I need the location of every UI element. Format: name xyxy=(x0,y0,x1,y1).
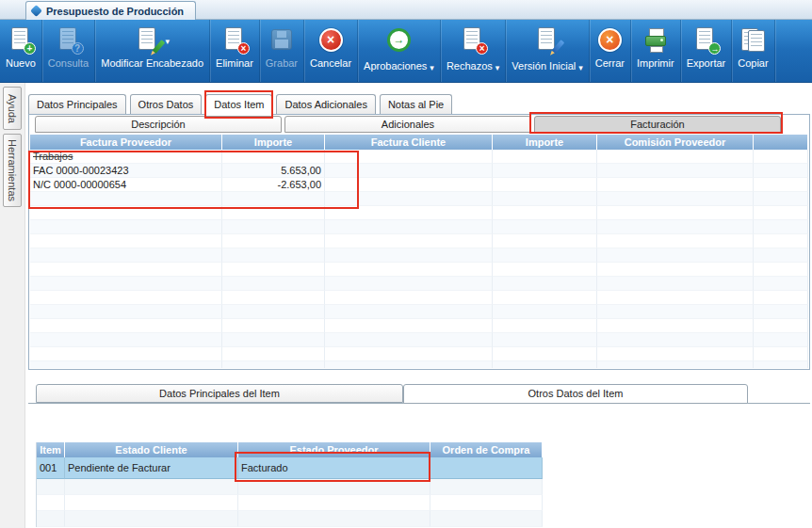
delete-document-icon xyxy=(221,26,248,53)
grabar-button[interactable]: Grabar xyxy=(260,20,304,82)
table-empty-row xyxy=(30,220,808,234)
sidebar-tab-ayuda[interactable]: Ayuda xyxy=(3,87,22,130)
eliminar-button[interactable]: Eliminar xyxy=(210,20,260,82)
invoice-table-header: Factura Proveedor Importe Factura Client… xyxy=(30,135,808,150)
table-empty-row xyxy=(30,192,808,206)
invoice-table-body: Trabajos FAC 0000-00023423 5.653,00 N/C … xyxy=(30,150,808,368)
group-row[interactable]: Trabajos xyxy=(30,150,808,164)
table-empty-row xyxy=(30,234,808,248)
side-strip: Ayuda Herramientas xyxy=(0,83,25,528)
modificar-encabezado-button[interactable]: Modificar Encabezado xyxy=(95,20,210,82)
new-document-icon xyxy=(8,26,34,53)
table-empty-row xyxy=(30,277,808,291)
copiar-button[interactable]: Copiar xyxy=(732,20,774,82)
tab-datos-principales[interactable]: Datos Principales xyxy=(28,94,126,114)
invoice-row[interactable]: FAC 0000-00023423 5.653,00 xyxy=(30,164,808,178)
table-empty-row xyxy=(30,305,808,319)
version-inicial-button[interactable]: Versión Inicial xyxy=(506,20,589,82)
sub-tab-strip: Descripción Adicionales Facturación xyxy=(35,116,781,133)
table-empty-row xyxy=(30,361,808,368)
query-document-icon xyxy=(56,26,82,53)
column-header[interactable]: Orden de Compra xyxy=(430,442,543,457)
close-circle-icon xyxy=(598,28,622,52)
column-header[interactable]: Item xyxy=(37,442,65,457)
tab-datos-item[interactable]: Datos Item xyxy=(205,94,272,115)
app-window: Presupuesto de Producción Nuevo Consulta… xyxy=(0,0,812,528)
tab-otros-datos[interactable]: Otros Datos xyxy=(130,94,203,114)
table-empty-row xyxy=(30,347,808,361)
item-row-selected[interactable]: 001 Pendiente de Facturar Facturado xyxy=(37,457,542,479)
table-empty-row xyxy=(30,206,808,220)
sidebar-tab-herramientas[interactable]: Herramientas xyxy=(3,134,22,207)
table-empty-row xyxy=(30,248,808,263)
dropdown-caret-icon[interactable] xyxy=(578,57,583,74)
tab-otros-datos-del-item[interactable]: Otros Datos del Item xyxy=(403,384,748,404)
table-empty-row xyxy=(30,263,808,277)
edit-header-icon xyxy=(135,26,161,53)
datos-item-panel: Descripción Adicionales Facturación Fact… xyxy=(28,114,810,370)
aprobaciones-button[interactable]: Aprobaciones xyxy=(358,20,441,82)
item-detail-panel: Datos Principales del Item Otros Datos d… xyxy=(28,384,810,528)
window-title: Presupuesto de Producción xyxy=(46,6,184,17)
item-tab-strip: Datos Principales del Item Otros Datos d… xyxy=(36,384,748,404)
workspace: Datos Principales Otros Datos Datos Item… xyxy=(25,83,812,528)
dropdown-caret-icon[interactable] xyxy=(495,57,500,74)
item-status-table: Item Estado Cliente Estado Proveedor Ord… xyxy=(36,442,542,527)
tab-datos-adicionales[interactable]: Datos Adicionales xyxy=(276,94,375,114)
table-empty-row xyxy=(37,479,542,495)
table-empty-row xyxy=(37,495,542,511)
column-header[interactable]: Importe xyxy=(222,135,325,150)
table-empty-row xyxy=(30,319,808,333)
tab-datos-principales-del-item[interactable]: Datos Principales del Item xyxy=(36,384,403,403)
main-tab-strip: Datos Principales Otros Datos Datos Item… xyxy=(28,94,452,115)
save-disk-icon xyxy=(271,29,292,50)
dropdown-caret-icon[interactable] xyxy=(165,31,170,48)
dropdown-caret-icon[interactable] xyxy=(430,57,434,74)
cancelar-button[interactable]: Cancelar xyxy=(304,20,358,82)
column-header[interactable]: Estado Proveedor xyxy=(238,442,430,457)
subtab-adicionales[interactable]: Adicionales xyxy=(284,116,531,133)
table-empty-row xyxy=(30,333,808,347)
export-document-icon xyxy=(692,26,719,53)
app-icon xyxy=(30,5,42,17)
imprimir-button[interactable]: Imprimir xyxy=(631,20,681,82)
consulta-button[interactable]: Consulta xyxy=(42,20,95,82)
invoice-row[interactable]: N/C 0000-00000654 -2.653,00 xyxy=(30,178,808,192)
column-header[interactable]: Factura Cliente xyxy=(325,135,493,150)
window-tab[interactable]: Presupuesto de Producción xyxy=(25,1,196,20)
approve-circle-icon xyxy=(387,28,411,52)
table-empty-row xyxy=(30,291,808,305)
title-bar: Presupuesto de Producción xyxy=(0,0,812,20)
column-header[interactable]: Comisión Proveedor xyxy=(597,135,754,150)
table-empty-row xyxy=(37,511,542,527)
reject-document-icon xyxy=(460,26,486,53)
column-header-filler xyxy=(754,135,808,150)
nuevo-button[interactable]: Nuevo xyxy=(0,20,42,82)
cerrar-button[interactable]: Cerrar xyxy=(590,20,631,82)
copy-documents-icon xyxy=(739,26,766,53)
toolbar: Nuevo Consulta Modificar Encabezado Elim… xyxy=(0,20,812,83)
item-table-body: 001 Pendiente de Facturar Facturado xyxy=(37,457,542,527)
rechazos-button[interactable]: Rechazos xyxy=(441,20,506,82)
exportar-button[interactable]: Exportar xyxy=(681,20,733,82)
column-header[interactable]: Factura Proveedor xyxy=(30,135,222,150)
item-table-header: Item Estado Cliente Estado Proveedor Ord… xyxy=(37,442,542,457)
column-header[interactable]: Importe xyxy=(493,135,597,150)
tab-notas-al-pie[interactable]: Notas al Pie xyxy=(380,94,452,114)
subtab-descripcion[interactable]: Descripción xyxy=(35,116,282,133)
subtab-facturacion[interactable]: Facturación xyxy=(534,116,781,133)
printer-icon xyxy=(643,27,668,53)
initial-version-icon xyxy=(534,26,560,53)
column-header[interactable]: Estado Cliente xyxy=(65,442,238,457)
invoice-table: Factura Proveedor Importe Factura Client… xyxy=(30,135,808,368)
cancel-circle-icon xyxy=(319,28,343,52)
